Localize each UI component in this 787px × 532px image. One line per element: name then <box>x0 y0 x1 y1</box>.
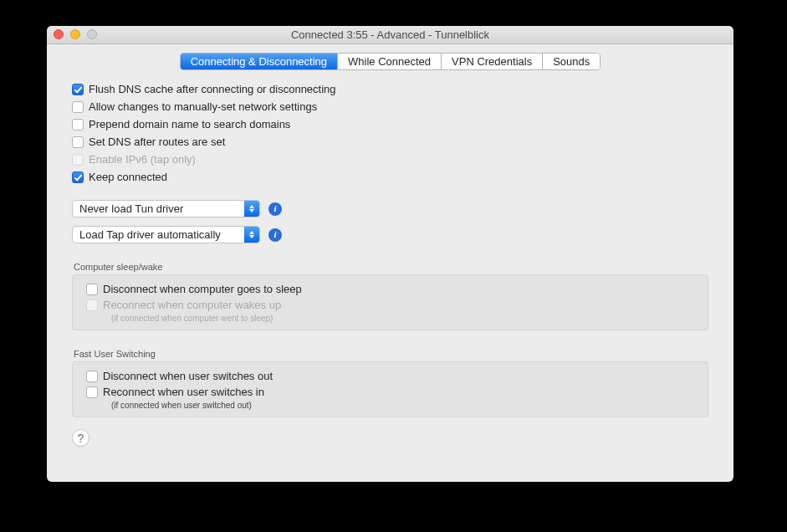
flush-dns-label: Flush DNS cache after connecting or disc… <box>89 82 336 97</box>
option-row: Reconnect when computer wakes up <box>86 298 694 313</box>
keep-connected-checkbox[interactable] <box>72 171 84 183</box>
tab-connecting-disconnecting[interactable]: Connecting & Disconnecting <box>181 54 338 69</box>
titlebar: Connected 3:55 - Advanced - Tunnelblick <box>47 26 733 44</box>
close-button[interactable] <box>54 29 64 39</box>
prepend-domain-label: Prepend domain name to search domains <box>89 117 290 132</box>
enable-ipv6-label: Enable IPv6 (tap only) <box>89 152 196 167</box>
enable-ipv6-checkbox <box>72 154 84 166</box>
zoom-button[interactable] <box>87 29 97 39</box>
fus-group-box: Disconnect when user switches out Reconn… <box>72 361 708 417</box>
disconnect-sleep-label: Disconnect when computer goes to sleep <box>103 282 302 297</box>
info-icon[interactable]: i <box>268 202 282 216</box>
tap-driver-row: Load Tap driver automatically i <box>72 226 708 243</box>
option-row: Allow changes to manually-set network se… <box>72 100 708 115</box>
tab-bar: Connecting & Disconnecting While Connect… <box>47 44 733 82</box>
content-area: Flush DNS cache after connecting or disc… <box>47 82 733 447</box>
option-row: Reconnect when user switches in <box>86 385 694 400</box>
prepend-domain-checkbox[interactable] <box>72 119 84 130</box>
minimize-button[interactable] <box>70 29 80 39</box>
disconnect-switchout-checkbox[interactable] <box>86 371 98 382</box>
tun-driver-value: Never load Tun driver <box>79 202 183 215</box>
chevron-updown-icon <box>244 201 259 217</box>
traffic-lights <box>54 29 97 39</box>
tab-while-connected[interactable]: While Connected <box>338 54 442 69</box>
preferences-window: Connected 3:55 - Advanced - Tunnelblick … <box>47 26 733 482</box>
tun-driver-popup[interactable]: Never load Tun driver <box>72 200 260 217</box>
chevron-updown-icon <box>244 227 259 243</box>
sleep-wake-note: (if connected when computer went to slee… <box>111 314 694 323</box>
tab-sounds[interactable]: Sounds <box>543 54 600 69</box>
set-dns-routes-checkbox[interactable] <box>72 136 84 148</box>
fus-group-label: Fast User Switching <box>74 349 708 359</box>
help-button[interactable]: ? <box>72 429 89 447</box>
flush-dns-checkbox[interactable] <box>72 84 84 95</box>
window-title: Connected 3:55 - Advanced - Tunnelblick <box>291 28 489 41</box>
reconnect-switchin-checkbox[interactable] <box>86 386 98 398</box>
allow-changes-label: Allow changes to manually-set network se… <box>89 100 317 115</box>
disconnect-switchout-label: Disconnect when user switches out <box>103 369 273 384</box>
help-icon: ? <box>78 432 84 445</box>
option-row: Keep connected <box>72 170 708 185</box>
reconnect-switchin-label: Reconnect when user switches in <box>103 385 264 400</box>
option-row: Set DNS after routes are set <box>72 135 708 150</box>
option-row: Disconnect when user switches out <box>86 369 694 384</box>
option-row: Prepend domain name to search domains <box>72 117 708 132</box>
tun-driver-row: Never load Tun driver i <box>72 200 708 217</box>
info-icon[interactable]: i <box>268 228 282 242</box>
allow-changes-checkbox[interactable] <box>72 101 84 113</box>
reconnect-wake-checkbox <box>86 299 98 311</box>
sleep-wake-group-box: Disconnect when computer goes to sleep R… <box>72 274 708 330</box>
disconnect-sleep-checkbox[interactable] <box>86 284 98 295</box>
option-row: Enable IPv6 (tap only) <box>72 152 708 167</box>
reconnect-wake-label: Reconnect when computer wakes up <box>103 298 281 313</box>
set-dns-routes-label: Set DNS after routes are set <box>89 135 225 150</box>
sleep-wake-group: Computer sleep/wake Disconnect when comp… <box>72 262 708 330</box>
option-row: Flush DNS cache after connecting or disc… <box>72 82 708 97</box>
option-row: Disconnect when computer goes to sleep <box>86 282 694 297</box>
fast-user-switching-group: Fast User Switching Disconnect when user… <box>72 349 708 417</box>
tap-driver-value: Load Tap driver automatically <box>79 228 221 241</box>
help-row: ? <box>72 429 708 447</box>
sleep-wake-group-label: Computer sleep/wake <box>74 262 708 272</box>
tab-vpn-credentials[interactable]: VPN Credentials <box>442 54 543 69</box>
keep-connected-label: Keep connected <box>89 170 167 185</box>
tap-driver-popup[interactable]: Load Tap driver automatically <box>72 226 260 243</box>
segmented-control: Connecting & Disconnecting While Connect… <box>180 53 601 70</box>
fus-note: (if connected when user switched out) <box>111 401 694 410</box>
